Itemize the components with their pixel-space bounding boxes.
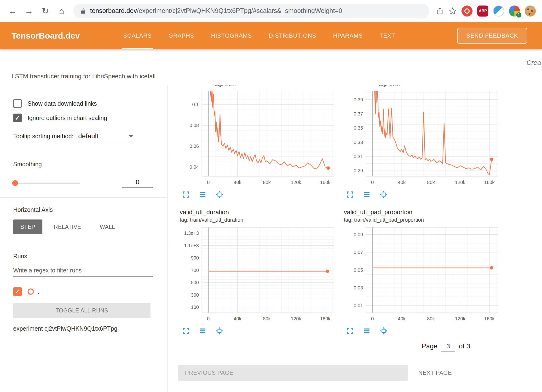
- svg-text:0.08: 0.08: [190, 123, 199, 128]
- abp-extension-icon[interactable]: ABP: [477, 6, 488, 17]
- horizontal-axis-label: Horizontal Axis: [13, 206, 167, 213]
- send-feedback-button[interactable]: SEND FEEDBACK: [457, 28, 527, 44]
- reload-icon[interactable]: ↻: [39, 5, 52, 17]
- smoothing-value-input[interactable]: [122, 178, 153, 188]
- ignore-outliers-label: Ignore outliers in chart scaling: [28, 115, 107, 121]
- svg-text:120k: 120k: [455, 180, 466, 185]
- fullscreen-icon[interactable]: [182, 327, 190, 335]
- tab-graphs[interactable]: GRAPHS: [167, 22, 196, 49]
- bookmark-star-icon[interactable]: [449, 7, 457, 15]
- fit-data-icon[interactable]: [216, 191, 223, 198]
- adblock-extension-icon[interactable]: [461, 6, 473, 17]
- svg-text:120k: 120k: [291, 316, 301, 321]
- clipped-chart-tag: tag: train/: [342, 85, 499, 89]
- tab-scalars[interactable]: SCALARS: [122, 22, 153, 49]
- run-checkbox[interactable]: ✓: [13, 287, 22, 296]
- svg-text:80k: 80k: [427, 316, 435, 321]
- page-number-input[interactable]: [441, 343, 455, 352]
- checkbox-unchecked-icon[interactable]: [13, 99, 22, 108]
- scalar-chart[interactable]: 040k80k120k160k0.290.310.330.350.370.39: [342, 89, 499, 189]
- svg-text:0.04: 0.04: [190, 164, 199, 170]
- browser-chrome: ← → ↻ ⌂ tensorboard.dev/experiment/cj2vt…: [0, 0, 542, 22]
- chart-title: valid_utt_duration: [180, 208, 335, 216]
- share-icon[interactable]: [436, 7, 444, 15]
- url-domain: tensorboard.dev: [90, 7, 137, 14]
- fit-data-icon[interactable]: [380, 191, 387, 198]
- url-bar[interactable]: tensorboard.dev/experiment/cj2vtPiwQHKN9…: [73, 4, 429, 18]
- chart-card-2: valid_utt_duration tag: train/valid_utt_…: [178, 208, 335, 336]
- svg-text:160k: 160k: [484, 180, 495, 185]
- chart-card-1: tag: train/ 040k80k120k160k0.290.310.330…: [342, 85, 499, 199]
- fullscreen-icon[interactable]: [346, 191, 354, 198]
- divider: [0, 197, 167, 198]
- experiment-title: LSTM transducer training for LibriSpeech…: [12, 73, 156, 80]
- svg-text:80k: 80k: [263, 316, 271, 321]
- relative-button[interactable]: RELATIVE: [47, 219, 88, 234]
- slider-thumb[interactable]: [12, 180, 18, 186]
- svg-text:160k: 160k: [484, 316, 495, 321]
- runs-menu-icon[interactable]: [199, 327, 207, 335]
- home-icon[interactable]: ⌂: [55, 5, 68, 17]
- svg-text:0.35: 0.35: [354, 125, 363, 131]
- wall-button[interactable]: WALL: [93, 219, 122, 234]
- settings-sidebar: Show data download links ✓ Ignore outlie…: [0, 85, 167, 392]
- svg-text:0.33: 0.33: [354, 140, 363, 145]
- app-logo[interactable]: TensorBoard.dev: [12, 22, 80, 49]
- profile-avatar[interactable]: 1: [509, 6, 520, 17]
- svg-text:900: 900: [191, 255, 199, 260]
- charts-area: tag: train/ 040k80k120k160k0.040.060.080…: [167, 85, 542, 392]
- tooltip-sorting-select[interactable]: default: [78, 132, 133, 142]
- runs-filter-input[interactable]: [13, 267, 153, 277]
- tooltip-sorting-value: default: [78, 132, 98, 140]
- checkbox-checked-icon[interactable]: ✓: [13, 114, 22, 122]
- svg-text:160k: 160k: [320, 316, 331, 321]
- cookie-extension-icon[interactable]: [525, 6, 536, 17]
- svg-text:0.03: 0.03: [354, 285, 363, 290]
- svg-text:0.37: 0.37: [354, 111, 363, 116]
- fit-data-icon[interactable]: [216, 327, 223, 335]
- show-download-links-row[interactable]: Show data download links: [13, 99, 167, 108]
- ignore-outliers-row[interactable]: ✓ Ignore outliers in chart scaling: [13, 114, 167, 122]
- svg-text:0: 0: [207, 316, 210, 321]
- step-button[interactable]: STEP: [13, 219, 42, 234]
- scalar-chart[interactable]: 040k80k120k160k0.040.060.080.1: [178, 89, 335, 189]
- back-icon[interactable]: ←: [6, 5, 19, 17]
- url-path: /experiment/cj2vtPiwQHKN9Q1tx6PTpg/#scal…: [137, 7, 342, 14]
- svg-text:40k: 40k: [398, 316, 406, 321]
- tab-distributions[interactable]: DISTRIBUTIONS: [267, 22, 318, 49]
- forward-icon[interactable]: →: [23, 5, 35, 17]
- previous-page-button[interactable]: PREVIOUS PAGE: [178, 365, 408, 381]
- svg-text:80k: 80k: [427, 180, 435, 185]
- fullscreen-icon[interactable]: [346, 327, 354, 335]
- extension-icon[interactable]: [493, 6, 504, 17]
- tab-text[interactable]: TEXT: [378, 22, 397, 49]
- run-color-icon: [28, 288, 34, 295]
- run-row[interactable]: ✓ .: [13, 287, 167, 296]
- tab-hparams[interactable]: HPARAMS: [332, 22, 364, 49]
- runs-menu-icon[interactable]: [199, 191, 207, 198]
- toggle-all-runs-button[interactable]: TOGGLE ALL RUNS: [13, 303, 150, 318]
- fullscreen-icon[interactable]: [182, 191, 190, 198]
- fit-data-icon[interactable]: [380, 327, 387, 335]
- page-of-label: of 3: [459, 342, 470, 350]
- scalar-chart[interactable]: 040k80k120k160k0.010.030.050.070.09: [342, 225, 499, 325]
- url-text: tensorboard.dev/experiment/cj2vtPiwQHKN9…: [90, 7, 342, 15]
- svg-text:500: 500: [191, 280, 199, 285]
- svg-text:120k: 120k: [455, 316, 466, 321]
- page-label: Page: [422, 342, 437, 350]
- svg-text:1.1e+3: 1.1e+3: [184, 243, 199, 248]
- notification-badge: 1: [516, 12, 522, 18]
- runs-menu-icon[interactable]: [363, 327, 371, 335]
- tab-histograms[interactable]: HISTOGRAMS: [210, 22, 254, 49]
- smoothing-slider[interactable]: [13, 183, 80, 184]
- runs-menu-icon[interactable]: [363, 191, 371, 198]
- svg-text:0.1: 0.1: [192, 102, 199, 107]
- lock-icon: [80, 7, 86, 15]
- subheader: Crea LSTM transducer training for LibriS…: [0, 49, 542, 85]
- svg-text:0.29: 0.29: [354, 168, 363, 173]
- chart-card-0: tag: train/ 040k80k120k160k0.040.060.080…: [178, 85, 335, 199]
- svg-text:1.3e+3: 1.3e+3: [184, 231, 199, 236]
- next-page-button[interactable]: NEXT PAGE: [418, 369, 452, 376]
- smoothing-label: Smoothing: [13, 161, 167, 168]
- scalar-chart[interactable]: 040k80k120k160k1003005007009001.1e+31.3e…: [178, 225, 335, 325]
